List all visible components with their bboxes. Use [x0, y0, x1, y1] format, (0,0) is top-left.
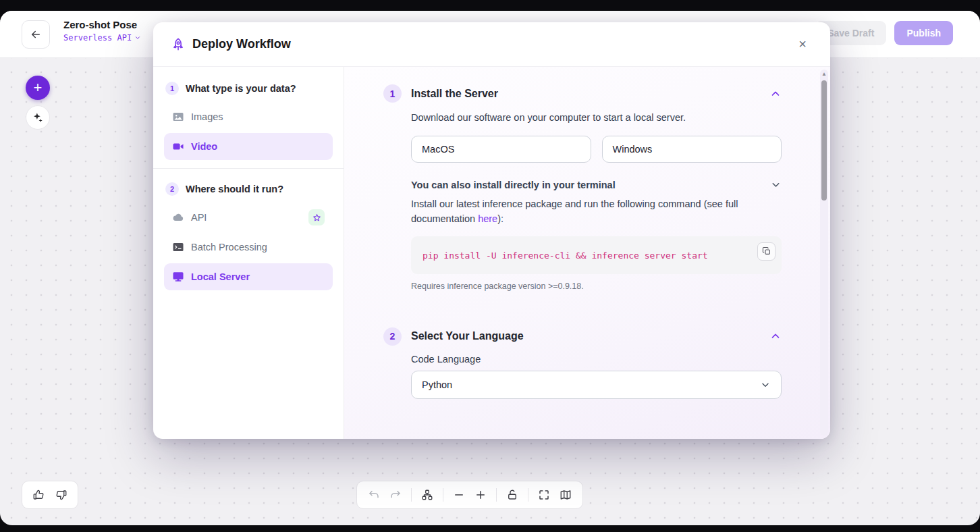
redo-icon[interactable]: [389, 489, 402, 501]
deployment-type-label: Serverless API: [63, 33, 132, 43]
rocket-icon: [171, 37, 186, 52]
language-select-value: Python: [422, 379, 452, 390]
section-2-title: Select Your Language: [411, 330, 760, 342]
thumbs-down-icon[interactable]: [55, 489, 67, 501]
zoom-in-icon[interactable]: [474, 489, 487, 501]
macos-download-button[interactable]: MacOS: [411, 136, 591, 163]
language-select[interactable]: Python: [411, 371, 782, 399]
section-1-title: Install the Server: [411, 88, 760, 100]
os-download-buttons: MacOS Windows: [411, 136, 782, 163]
image-icon: [172, 111, 184, 123]
close-icon[interactable]: ×: [792, 34, 813, 55]
deploy-workflow-modal: Deploy Workflow × 1 What type is your da…: [153, 22, 830, 439]
section-spacer: [383, 291, 782, 327]
toolbar-divider: [411, 488, 412, 502]
page-title: Zero-shot Pose: [63, 19, 141, 30]
sidebar-item-batch-processing[interactable]: Batch Processing: [164, 234, 333, 261]
toolbar-divider: [528, 488, 528, 502]
version-requirement: Requires inference package version >=0.9…: [411, 282, 782, 291]
install-text: Install our latest inference package and…: [411, 198, 738, 224]
workflow-title-block: Zero-shot Pose Serverless API: [63, 19, 141, 43]
section-2-body: Code Language Python: [411, 354, 782, 399]
install-command-block: pip install -U inference-cli && inferenc…: [411, 236, 782, 274]
step-2-header: 2 Where should it run?: [164, 180, 333, 204]
sidebar-item-api[interactable]: API: [164, 204, 333, 231]
modal-header: Deploy Workflow ×: [153, 22, 830, 67]
section-1-body: Download our software on your computer t…: [411, 111, 782, 291]
sidebar-item-local-server[interactable]: Local Server: [164, 263, 333, 290]
install-instructions: Install our latest inference package and…: [411, 197, 782, 227]
auto-layout-icon[interactable]: [421, 489, 433, 501]
feedback-toolbar: [22, 481, 78, 509]
chevron-down-icon: [760, 379, 771, 390]
sidebar-item-images[interactable]: Images: [164, 103, 333, 130]
section-2-number: 2: [383, 327, 402, 346]
step-2-number: 2: [165, 182, 179, 196]
canvas-toolbar: [356, 481, 583, 509]
add-block-button[interactable]: +: [26, 76, 50, 100]
step-1-title: What type is your data?: [186, 83, 296, 94]
minimap-icon[interactable]: [560, 489, 572, 501]
section-1-number: 1: [383, 84, 402, 103]
undo-icon[interactable]: [368, 489, 380, 501]
documentation-link[interactable]: here: [478, 213, 497, 224]
monitor-icon: [172, 271, 184, 283]
back-button[interactable]: [22, 20, 50, 49]
section-install-server-header: 1 Install the Server: [383, 84, 782, 103]
sidebar-divider: [153, 168, 344, 169]
toolbar-divider: [496, 488, 497, 502]
fit-view-icon[interactable]: [538, 489, 550, 501]
terminal-icon: [172, 241, 184, 253]
publish-button[interactable]: Publish: [894, 21, 953, 45]
step-1-number: 1: [165, 82, 179, 95]
chevron-down-icon: [134, 34, 141, 41]
back-arrow-icon: [30, 28, 42, 41]
terminal-install-toggle[interactable]: You can also install directly in your te…: [411, 179, 782, 190]
sidebar-item-label: Video: [191, 141, 325, 152]
recommended-star-badge: [308, 209, 325, 225]
modal-scrollbar[interactable]: ▲: [820, 70, 828, 435]
modal-body: 1 What type is your data? Images Video: [153, 67, 830, 439]
chevron-down-icon: [770, 179, 782, 190]
scrollbar-up-arrow[interactable]: ▲: [821, 72, 827, 77]
deployment-type-dropdown[interactable]: Serverless API: [63, 33, 141, 43]
sidebar-item-video[interactable]: Video: [164, 133, 333, 160]
workflow-editor-app: Zero-shot Pose Serverless API Save Draft…: [0, 11, 980, 525]
sidebar-item-label: Local Server: [191, 271, 325, 282]
sidebar-item-label: API: [191, 212, 302, 223]
modal-sidebar: 1 What type is your data? Images Video: [153, 67, 344, 439]
sidebar-item-label: Images: [191, 111, 325, 122]
toolbar-divider: [443, 488, 443, 502]
install-text-after: ):: [497, 213, 503, 224]
terminal-install-label: You can also install directly in your te…: [411, 180, 616, 190]
scrollbar-thumb[interactable]: [821, 80, 827, 201]
chevron-up-icon[interactable]: [769, 330, 782, 342]
video-icon: [172, 140, 184, 153]
zoom-out-icon[interactable]: [453, 489, 465, 501]
chevron-up-icon[interactable]: [769, 88, 782, 100]
cloud-icon: [172, 211, 184, 223]
lock-icon[interactable]: [506, 489, 518, 501]
thumbs-up-icon[interactable]: [32, 489, 45, 501]
step-1-header: 1 What type is your data?: [164, 79, 333, 103]
copy-button[interactable]: [757, 242, 775, 261]
install-command: pip install -U inference-cli && inferenc…: [423, 250, 708, 261]
code-language-label: Code Language: [411, 354, 782, 365]
windows-download-button[interactable]: Windows: [602, 136, 782, 163]
sparkles-icon: [32, 111, 44, 124]
ai-assistant-button[interactable]: [26, 105, 50, 130]
modal-title: Deploy Workflow: [192, 37, 291, 51]
header-actions: Save Draft Publish: [815, 21, 953, 45]
install-description: Download our software on your computer t…: [411, 111, 782, 125]
sidebar-item-label: Batch Processing: [191, 242, 325, 252]
modal-content: 1 Install the Server Download our softwa…: [344, 67, 830, 439]
step-2-title: Where should it run?: [186, 184, 283, 194]
section-select-language-header: 2 Select Your Language: [383, 327, 782, 346]
